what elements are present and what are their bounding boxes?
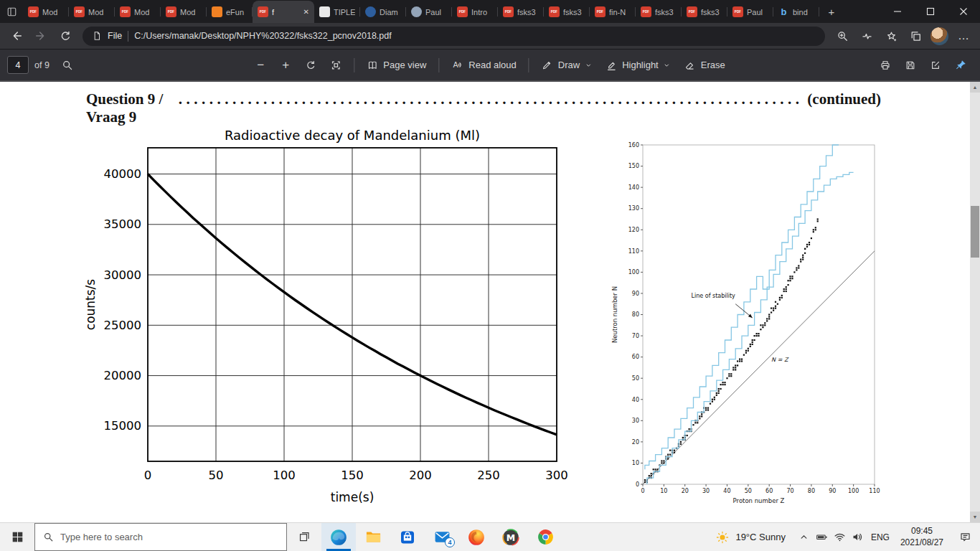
browser-tab[interactable]: Diam <box>360 1 406 23</box>
svg-text:Proton number Z: Proton number Z <box>733 497 785 504</box>
svg-text:40: 40 <box>723 488 730 494</box>
scroll-up-icon[interactable]: ▲ <box>970 82 980 93</box>
search-input[interactable] <box>60 532 278 542</box>
page-number-input[interactable]: 4 <box>7 56 29 74</box>
svg-text:30: 30 <box>632 418 639 424</box>
vertical-scrollbar[interactable]: ▲ ▼ <box>970 82 980 522</box>
browser-tab[interactable]: PDFMod <box>115 1 161 23</box>
browser-tab[interactable]: PDFIntro <box>452 1 498 23</box>
browser-tab[interactable]: TIPLE <box>314 1 360 23</box>
taskbar-weather[interactable]: 19°C Sunny <box>707 523 795 551</box>
browser-tab[interactable]: PDFfin-N <box>590 1 636 23</box>
pdf-toolbar-left: 4 of 9 <box>7 54 80 77</box>
taskbar-app-store-icon[interactable] <box>390 523 425 551</box>
taskbar-app-outlook-icon[interactable]: 4 <box>425 523 459 551</box>
svg-text:150: 150 <box>628 163 639 169</box>
browser-titlebar: PDFModPDFModPDFModPDFModeFunPDFf✕TIPLEDi… <box>0 0 980 23</box>
forward-button[interactable] <box>29 25 53 47</box>
tab-actions-icon[interactable] <box>0 0 23 23</box>
read-aloud-button[interactable]: A Read aloud <box>445 54 523 77</box>
browser-tab[interactable]: PDFfsks3 <box>544 1 590 23</box>
browser-tab[interactable]: PDFf✕ <box>253 1 314 23</box>
browser-tab[interactable]: PDFfsks3 <box>682 1 727 23</box>
browser-tab[interactable]: eFun <box>207 1 253 23</box>
scrollbar-thumb[interactable] <box>971 206 979 258</box>
zoom-in-button[interactable]: + <box>273 54 298 77</box>
collections-icon[interactable] <box>903 25 928 47</box>
language-indicator[interactable]: ENG <box>867 523 894 551</box>
url-divider <box>128 31 128 42</box>
taskbar-app-icons: 4M <box>321 523 562 551</box>
save-icon[interactable] <box>898 54 923 77</box>
pin-toolbar-icon[interactable] <box>948 54 973 77</box>
svg-text:10: 10 <box>632 460 639 466</box>
pdf-favicon: PDF <box>687 6 697 17</box>
svg-text:counts/s: counts/s <box>83 279 98 331</box>
pdf-favicon: PDF <box>258 6 268 17</box>
file-icon <box>92 31 102 41</box>
browser-tab[interactable]: Paul <box>406 1 452 23</box>
svg-text:90: 90 <box>632 291 639 297</box>
start-button[interactable] <box>0 523 34 551</box>
svg-text:0: 0 <box>641 488 644 494</box>
taskbar-search[interactable] <box>34 523 287 551</box>
pdf-favicon: PDF <box>549 6 560 17</box>
toolbar-divider <box>354 58 354 72</box>
task-view-icon[interactable] <box>287 523 321 551</box>
browser-essentials-icon[interactable] <box>854 25 879 47</box>
pdf-content-area: Question 9 / Vraag 9 ...................… <box>0 80 980 522</box>
browser-tab[interactable]: PDFMod <box>161 1 207 23</box>
url-bar[interactable]: File C:/Users/manak/Desktop/NPHY%20322/f… <box>83 27 825 46</box>
search-icon <box>43 532 54 542</box>
highlight-button[interactable]: Highlight <box>599 54 677 77</box>
tab-title: Mod <box>134 8 156 17</box>
browser-tab[interactable]: PDFPaul <box>727 1 773 23</box>
back-button[interactable] <box>4 25 29 47</box>
close-button[interactable] <box>947 0 980 23</box>
refresh-button[interactable] <box>53 25 77 47</box>
tab-close-icon[interactable]: ✕ <box>303 8 309 16</box>
question-heading: Question 9 / Vraag 9 ...................… <box>86 90 881 126</box>
favorites-icon[interactable] <box>879 25 903 47</box>
rotate-icon[interactable] <box>298 54 323 77</box>
browser-tab[interactable]: PDFfsks3 <box>498 1 544 23</box>
minimize-button[interactable] <box>881 0 914 23</box>
taskbar-app-moodle-icon[interactable]: M <box>494 523 528 551</box>
taskbar-app-firefox-icon[interactable] <box>459 523 494 551</box>
fit-page-icon[interactable] <box>324 54 348 77</box>
zoom-page-icon[interactable] <box>830 25 854 47</box>
draw-button[interactable]: Draw <box>535 54 598 77</box>
network-icon[interactable] <box>831 523 849 551</box>
page-view-button[interactable]: Page view <box>360 54 433 77</box>
new-tab-button[interactable]: + <box>821 1 842 22</box>
taskbar-app-file-explorer-icon[interactable] <box>356 523 390 551</box>
find-in-document-icon[interactable] <box>55 54 80 77</box>
taskbar-app-edge-icon[interactable] <box>321 523 356 551</box>
print-icon[interactable] <box>873 54 897 77</box>
erase-button[interactable]: Erase <box>678 54 732 77</box>
pdf-favicon: PDF <box>641 6 651 17</box>
action-center-icon[interactable] <box>950 523 980 551</box>
svg-text:20: 20 <box>632 439 639 446</box>
svg-text:N = Z: N = Z <box>771 357 789 363</box>
toolbar-divider <box>438 58 439 72</box>
taskbar-app-chrome-icon[interactable] <box>528 523 562 551</box>
decay-chart: 0501001502002503001500020000250003000035… <box>76 126 571 517</box>
zoom-out-button[interactable]: − <box>248 54 273 77</box>
volume-icon[interactable] <box>849 523 867 551</box>
browser-tab[interactable]: PDFfsks3 <box>636 1 682 23</box>
battery-icon[interactable] <box>813 523 831 551</box>
profile-avatar[interactable] <box>930 27 948 45</box>
browser-tab[interactable]: PDFMod <box>69 1 115 23</box>
scroll-down-icon[interactable]: ▼ <box>970 512 980 522</box>
svg-text:80: 80 <box>808 488 815 494</box>
browser-tab[interactable]: bbind <box>773 1 819 23</box>
unread-badge: 4 <box>445 537 455 547</box>
cube-favicon <box>212 6 222 17</box>
tray-chevron-icon[interactable] <box>795 523 813 551</box>
browser-tab[interactable]: PDFMod <box>23 1 69 23</box>
taskbar-clock[interactable]: 09:45 2021/08/27 <box>894 523 950 551</box>
maximize-button[interactable] <box>914 0 947 23</box>
add-notes-icon[interactable] <box>923 54 948 77</box>
settings-more-icon[interactable]: … <box>951 25 976 47</box>
